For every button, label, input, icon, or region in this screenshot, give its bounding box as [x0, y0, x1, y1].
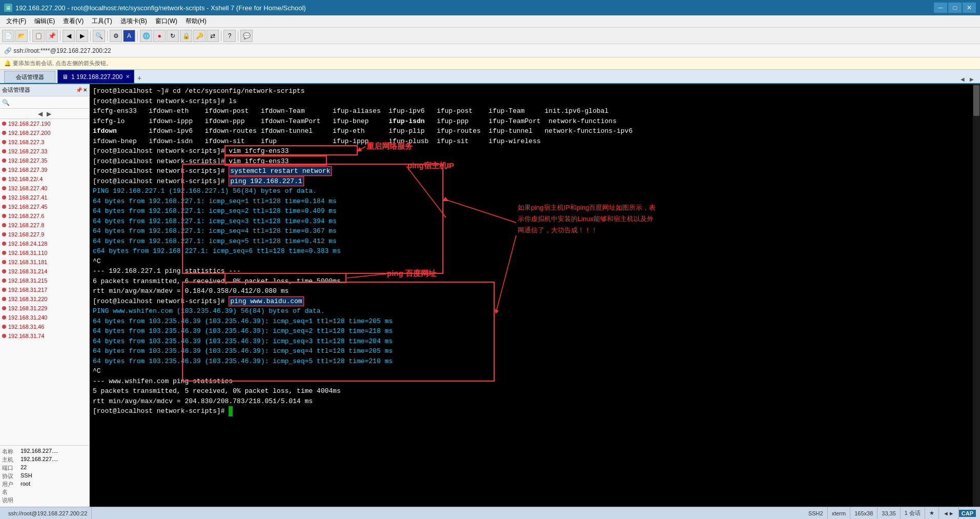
term-line-19: 6 packets transmitted, 6 received, 0% pa… [93, 276, 977, 287]
sidebar-arrow-left[interactable]: ◀ [38, 110, 43, 117]
sidebar-item-8[interactable]: 192.168.227.41 [0, 193, 89, 202]
term-line-32: [root@localhost network-scripts]# [93, 406, 977, 416]
term-line-22: PING www.wshifen.com (103.235.46.39) 56(… [93, 306, 977, 316]
minimize-button[interactable]: ─ [934, 3, 947, 13]
back-button[interactable]: ◀ [63, 30, 75, 42]
connection-dot-21 [2, 315, 6, 320]
menu-help[interactable]: 帮助(H) [181, 16, 211, 27]
menu-tools[interactable]: 工具(T) [88, 16, 116, 27]
tab-bar: 会话管理器 🖥 1 192.168.227.200 ✕ + ◀ ▶ [0, 70, 980, 84]
sidebar-close-icon[interactable]: ✕ [83, 87, 87, 93]
info-name-label: 名称 [2, 448, 18, 455]
connection-dot-18 [2, 288, 6, 292]
sidebar-item-11[interactable]: 192.168.227.8 [0, 221, 89, 230]
sidebar-item-23[interactable]: 192.168.31.74 [0, 331, 89, 341]
help-button[interactable]: ? [223, 30, 236, 42]
sidebar-item-14[interactable]: 192.168.31.110 [0, 248, 89, 257]
sidebar-item-20[interactable]: 192.168.31.229 [0, 304, 89, 313]
app-icon: 🖥 [4, 4, 12, 12]
sidebar-item-0[interactable]: 192.168.227.190 [0, 119, 89, 128]
close-button[interactable]: ✕ [963, 3, 976, 13]
info-protocol-label: 协议 [2, 472, 18, 480]
sidebar-item-13[interactable]: 192.168.24.128 [0, 239, 89, 248]
status-path: ssh://root@192.168.227.200:22 [4, 507, 92, 519]
sidebar-search-icon: 🔍 [2, 99, 10, 106]
menu-window[interactable]: 窗口(W) [151, 16, 181, 27]
sidebar-item-17[interactable]: 192.168.31.215 [0, 276, 89, 285]
info-port-value: 22 [21, 464, 27, 472]
connection-dot-23 [2, 334, 6, 338]
term-line-30: 5 packets transmitted, 5 received, 0% pa… [93, 386, 977, 396]
session-info-panel: 名称 192.168.227.... 主机 192.168.227.... 端口… [0, 445, 89, 507]
globe-button[interactable]: 🌐 [140, 30, 152, 42]
sidebar-item-5[interactable]: 192.168.227.39 [0, 165, 89, 174]
menu-view[interactable]: 查看(V) [59, 16, 88, 27]
comment-button[interactable]: 💬 [240, 30, 253, 42]
sidebar-item-10[interactable]: 192.168.227.6 [0, 211, 89, 221]
term-line-29: --- www.wshifen.com ping statistics --- [93, 376, 977, 387]
refresh-button[interactable]: ↻ [167, 30, 179, 42]
connection-dot-10 [2, 214, 6, 218]
term-line-23: 64 bytes from 103.235.46.39 (103.235.46.… [93, 316, 977, 327]
info-user-value: root [21, 481, 30, 496]
menu-edit[interactable]: 编辑(E) [30, 16, 59, 27]
sidebar-item-9[interactable]: 192.168.227.45 [0, 202, 89, 211]
status-bar: ssh://root@192.168.227.200:22 SSH2 xterm… [0, 507, 980, 519]
sidebar-item-2[interactable]: 192.168.227.3 [0, 137, 89, 147]
sidebar-item-3[interactable]: 192.168.227.33 [0, 147, 89, 156]
tab-scroll-right[interactable]: ▶ [968, 75, 976, 83]
sidebar-item-6[interactable]: 192.168.22/.4 [0, 174, 89, 184]
sidebar-pin-icon[interactable]: 📌 [76, 87, 82, 93]
toolbar: 📄 📂 📋 📌 ◀ ▶ 🔍 ⚙ A 🌐 ● ↻ 🔒 🔑 ⇄ ? 💬 [0, 28, 980, 44]
settings-button[interactable]: ⚙ [110, 30, 122, 42]
connection-dot-7 [2, 186, 6, 190]
term-line-20: rtt min/avg/max/mdev = 0.184/0.358/0.412… [93, 286, 977, 296]
lock-button[interactable]: 🔒 [180, 30, 192, 42]
new-session-button[interactable]: 📄 [2, 30, 14, 42]
paste-button[interactable]: 📌 [46, 30, 58, 42]
stop-button[interactable]: ● [153, 30, 166, 42]
sidebar-title: 会话管理器 [2, 86, 30, 94]
info-protocol-value: SSH [21, 472, 32, 480]
tab-close-button[interactable]: ✕ [126, 74, 130, 79]
info-name-value: 192.168.227.... [21, 448, 58, 455]
sidebar-item-4[interactable]: 192.168.227.35 [0, 156, 89, 165]
maximize-button[interactable]: □ [948, 3, 962, 13]
terminal-window[interactable]: [root@localhost ~]# cd /etc/sysconfig/ne… [90, 84, 980, 507]
menu-file[interactable]: 文件(F) [2, 16, 30, 27]
sidebar-item-1[interactable]: 192.168.227.200 [0, 128, 89, 137]
address-icon: 🔗 [4, 47, 12, 54]
sidebar-item-12[interactable]: 192.168.227.9 [0, 230, 89, 239]
open-button[interactable]: 📂 [15, 30, 28, 42]
status-encoding-text: xterm [832, 510, 846, 516]
copy-button[interactable]: 📋 [32, 30, 45, 42]
sidebar-item-15[interactable]: 192.168.31.181 [0, 257, 89, 267]
sessions-panel-toggle[interactable]: 会话管理器 [4, 71, 55, 83]
add-tab-button[interactable]: + [134, 73, 145, 83]
term-line-27: 64 bytes from 103.235.46.39 (103.235.46.… [93, 356, 977, 367]
active-tab[interactable]: 🖥 1 192.168.227.200 ✕ [57, 70, 134, 83]
tab-scroll-left[interactable]: ◀ [958, 75, 967, 83]
search-button[interactable]: 🔍 [93, 30, 105, 42]
sidebar-item-label-23: 192.168.31.74 [8, 333, 44, 339]
sidebar-item-21[interactable]: 192.168.31.240 [0, 313, 89, 322]
sidebar-item-16[interactable]: 192.168.31.214 [0, 267, 89, 276]
scrollbar-thumb[interactable] [973, 85, 979, 116]
menu-tabs[interactable]: 选项卡(B) [116, 16, 151, 27]
sidebar-arrow-right[interactable]: ▶ [47, 110, 51, 117]
forward-button[interactable]: ▶ [76, 30, 88, 42]
info-host-value: 192.168.227.... [21, 456, 58, 464]
color-button[interactable]: A [123, 30, 135, 42]
sidebar-item-18[interactable]: 192.168.31.217 [0, 285, 89, 294]
transfer-button[interactable]: ⇄ [207, 30, 219, 42]
sidebar-item-19[interactable]: 192.168.31.220 [0, 294, 89, 304]
key-button[interactable]: 🔑 [193, 30, 206, 42]
sidebar-item-label-16: 192.168.31.214 [8, 268, 47, 274]
connection-dot-19 [2, 297, 6, 301]
sidebar-item-7[interactable]: 192.168.227.40 [0, 184, 89, 193]
sidebar-item-label-9: 192.168.227.45 [8, 204, 47, 210]
terminal-scrollbar[interactable] [973, 84, 980, 507]
term-line-2: ifcfg-ens33 ifdown-eth ifdown-post ifdow… [93, 106, 977, 116]
sidebar-item-22[interactable]: 192.168.31.46 [0, 322, 89, 331]
sidebar-item-label-14: 192.168.31.110 [8, 250, 47, 256]
